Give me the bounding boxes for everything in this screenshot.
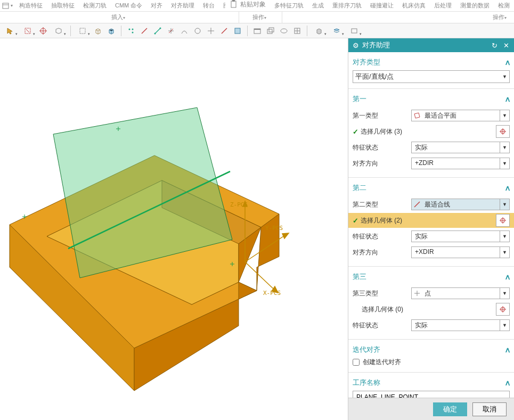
layer-tool[interactable] (329, 25, 345, 37)
section-iterative[interactable]: 迭代对齐ʌ (353, 343, 510, 358)
svg-rect-16 (269, 28, 274, 32)
chevron-down-icon[interactable]: ▼ (502, 74, 507, 79)
ribbon-tab[interactable]: 转台 (199, 0, 219, 11)
svg-rect-1 (231, 1, 236, 7)
chevron-down-icon[interactable]: ▼ (500, 110, 509, 121)
ribbon-tab[interactable]: 重排序刀轨 (328, 0, 366, 11)
align-type-combo[interactable]: 平面/直线/点 ▼ (353, 70, 510, 83)
third-type-label: 第三类型 (353, 289, 408, 298)
multi-window-tool[interactable] (265, 25, 276, 37)
ribbon-tab[interactable]: 构造特征 (15, 0, 47, 11)
third-state-combo[interactable]: 实际 ▼ (411, 319, 510, 331)
section-second[interactable]: 第二ʌ (353, 181, 510, 196)
first-dir-combo[interactable]: +ZDIR ▼ (411, 158, 510, 169)
chevron-down-icon[interactable]: ▼ (500, 320, 509, 331)
target-tool[interactable] (37, 25, 49, 37)
pick-geometry-button[interactable] (496, 214, 510, 227)
toolbar (0, 23, 514, 38)
svg-point-8 (132, 28, 134, 30)
section-align-type[interactable]: 对齐类型ʌ (353, 55, 510, 70)
cancel-button[interactable]: 取消 (472, 402, 507, 416)
axis-tool[interactable] (165, 25, 177, 37)
first-state-combo[interactable]: 实际 ▼ (411, 142, 510, 153)
ellipse-tool[interactable] (278, 25, 290, 37)
ribbon-tab[interactable]: 后处理 (430, 0, 456, 11)
render-tool[interactable] (311, 25, 327, 37)
select-box-tool[interactable] (20, 25, 36, 37)
window-tool[interactable] (251, 25, 263, 37)
ribbon-tab[interactable]: 抽取特征 (47, 0, 79, 11)
chevron-down-icon[interactable]: ▼ (500, 142, 509, 153)
second-state-combo[interactable]: 实际 ▼ (411, 230, 510, 242)
grid-tool[interactable] (291, 25, 303, 37)
third-type-combo[interactable]: 点 ▼ (411, 287, 510, 299)
edge-tool[interactable] (152, 25, 164, 37)
ribbon-tab[interactable]: 对齐助理 (167, 0, 199, 11)
ribbon-tab[interactable]: 多特征刀轨 (270, 0, 308, 11)
ribbon-tab[interactable]: CMM 命令 (111, 0, 146, 11)
chevron-down-icon[interactable]: ▼ (500, 247, 509, 258)
expand-icon[interactable] (264, 15, 268, 20)
diag-tool[interactable] (218, 25, 230, 37)
pointer-tool[interactable] (2, 25, 18, 37)
ribbon-group-label: 操作 (252, 12, 264, 23)
cross-tool[interactable] (205, 25, 217, 37)
paste-button[interactable]: 粘贴对象 (225, 0, 270, 11)
ribbon-tab[interactable]: 测量的数据 (456, 0, 494, 11)
third-select-label: 选择几何体 (0) (362, 305, 496, 314)
svg-point-9 (154, 32, 156, 34)
region-tool[interactable] (51, 25, 67, 37)
ribbon-tab[interactable]: 机床仿真 (398, 0, 430, 11)
expand-icon[interactable] (504, 15, 509, 20)
first-state-label: 特征状态 (353, 143, 408, 152)
viewport-3d[interactable]: Z-PCS Y-PCS X-PCS (0, 38, 348, 420)
box-tool[interactable] (75, 25, 91, 37)
shaded-cube-tool[interactable] (105, 25, 117, 37)
axis-y-label: Y-PCS (265, 225, 283, 232)
arc-tool[interactable] (178, 25, 190, 37)
reset-icon[interactable]: ↻ (491, 42, 498, 50)
ribbon-tab[interactable]: 检测刀轨 (79, 0, 111, 11)
first-dir-label: 对齐方向 (353, 159, 408, 168)
pick-geometry-button[interactable] (496, 303, 510, 316)
point-tool[interactable] (125, 25, 137, 37)
svg-rect-5 (80, 28, 85, 34)
svg-rect-0 (3, 3, 9, 9)
view-tool[interactable] (346, 25, 362, 37)
section-first[interactable]: 第一ʌ (353, 92, 510, 107)
first-type-combo[interactable]: 最适合平面 ▼ (411, 110, 510, 121)
point-icon (412, 288, 422, 299)
cube-tool[interactable] (92, 25, 104, 37)
chevron-down-icon[interactable]: ▼ (500, 231, 509, 242)
section-operation-name[interactable]: 工序名称ʌ (353, 376, 510, 391)
first-select-label: 选择几何体 (3) (361, 127, 496, 136)
chevron-down-icon[interactable]: ▼ (500, 158, 509, 169)
plane-icon (412, 110, 422, 121)
circle-tool[interactable] (192, 25, 203, 37)
ribbon-tab[interactable]: 检测 (494, 0, 514, 11)
panel-footer: 确定 取消 (348, 398, 514, 420)
line-tool[interactable] (138, 25, 150, 37)
chevron-down-icon[interactable]: ▼ (500, 199, 509, 210)
expand-icon[interactable] (123, 15, 127, 20)
ribbon-groups: 插入 操作 操作 (0, 12, 514, 23)
ok-button[interactable]: 确定 (433, 402, 467, 416)
operation-name-input[interactable] (353, 391, 510, 398)
first-type-label: 第一类型 (353, 111, 408, 120)
chevron-up-icon: ʌ (505, 378, 510, 387)
pick-geometry-button[interactable] (496, 125, 510, 138)
ribbon-tab[interactable]: 生成 (308, 0, 328, 11)
section-third[interactable]: 第三ʌ (353, 270, 510, 285)
close-icon[interactable]: ✕ (502, 42, 510, 50)
ribbon-tab[interactable]: 碰撞避让 (366, 0, 398, 11)
face-tool[interactable] (232, 25, 243, 37)
second-type-combo[interactable]: 最适合线 ▼ (411, 199, 510, 210)
chevron-down-icon[interactable]: ▼ (500, 288, 509, 299)
create-iterative-checkbox[interactable]: 创建迭代对齐 (353, 358, 510, 367)
svg-rect-12 (235, 28, 240, 34)
second-dir-combo[interactable]: +XDIR ▼ (411, 246, 510, 258)
ribbon-tab[interactable]: 图形报告 (219, 0, 225, 11)
ribbon-tab[interactable]: 对齐 (146, 0, 167, 11)
chevron-up-icon: ʌ (505, 345, 510, 354)
second-type-label: 第二类型 (353, 200, 408, 209)
